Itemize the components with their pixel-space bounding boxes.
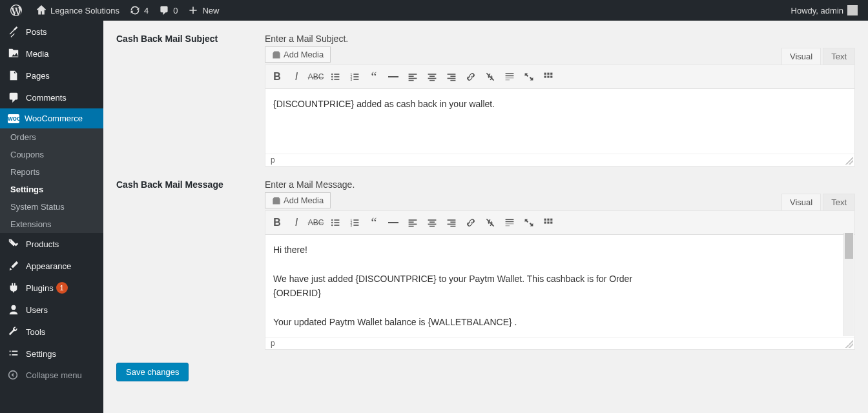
hr-button[interactable]: [384, 67, 403, 86]
submenu-orders[interactable]: Orders: [0, 128, 103, 146]
resize-handle[interactable]: [845, 340, 853, 348]
svg-text:3: 3: [351, 224, 353, 227]
bullet-list-button[interactable]: [326, 67, 345, 86]
admin-bar: Legance Solutions 4 0 New Howdy, admin: [0, 0, 868, 21]
svg-rect-13: [388, 76, 398, 77]
svg-rect-23: [450, 76, 455, 77]
scrollbar[interactable]: [843, 233, 854, 336]
updates-link[interactable]: 4: [125, 0, 154, 21]
strike-button[interactable]: ABC: [306, 67, 326, 86]
comments-link[interactable]: 0: [154, 0, 183, 21]
hr-button[interactable]: [384, 213, 403, 232]
more-button[interactable]: [500, 213, 519, 232]
editor-content-subject[interactable]: {DISCOUNTPRICE} added as cash back in yo…: [265, 89, 854, 154]
save-changes-button[interactable]: Save changes: [116, 363, 189, 381]
menu-comments[interactable]: Comments: [0, 86, 103, 108]
menu-posts[interactable]: Posts: [0, 21, 103, 43]
tinymce-toolbar-message: B I ABC 123 “: [265, 211, 854, 235]
svg-point-36: [331, 222, 333, 223]
updates-count: 4: [144, 6, 149, 15]
quote-button[interactable]: “: [364, 67, 384, 86]
menu-appearance[interactable]: Appearance: [0, 255, 103, 277]
status-path: p: [271, 339, 275, 348]
tab-visual[interactable]: Visual: [781, 194, 821, 210]
toolbar-toggle-button[interactable]: [539, 213, 558, 232]
scroll-thumb[interactable]: [845, 233, 853, 259]
menu-label: Media: [26, 49, 48, 59]
svg-rect-58: [450, 226, 455, 227]
menu-label: Comments: [26, 93, 67, 103]
add-media-button[interactable]: Add Media: [265, 192, 331, 208]
quote-button[interactable]: “: [364, 213, 384, 232]
collapse-menu[interactable]: Collapse menu: [0, 365, 103, 385]
unlink-button[interactable]: [480, 67, 500, 86]
menu-woocommerce[interactable]: wooWooCommerce: [0, 108, 103, 128]
svg-rect-46: [388, 222, 398, 223]
bold-button[interactable]: B: [267, 67, 287, 86]
resize-handle[interactable]: [845, 157, 853, 165]
align-center-button[interactable]: [422, 67, 442, 86]
submenu-coupons[interactable]: Coupons: [0, 146, 103, 163]
tab-visual[interactable]: Visual: [781, 48, 821, 65]
site-name-link[interactable]: Legance Solutions: [31, 0, 125, 21]
svg-rect-47: [409, 219, 417, 221]
svg-text:3: 3: [351, 78, 353, 81]
label-mail-message: Cash Back Mail Message: [116, 179, 265, 350]
align-left-button[interactable]: [403, 67, 422, 86]
menu-settings[interactable]: Settings: [0, 343, 103, 365]
svg-rect-24: [448, 78, 456, 79]
message-line4: Your updated Paytm Wallet balance is {WA…: [273, 315, 842, 329]
brush-icon: [8, 260, 21, 272]
link-button[interactable]: [461, 67, 480, 86]
toolbar-toggle-button[interactable]: [539, 67, 558, 86]
fullscreen-button[interactable]: [519, 67, 539, 86]
svg-point-3: [331, 76, 333, 77]
align-left-button[interactable]: [403, 213, 422, 232]
new-content-link[interactable]: New: [183, 0, 224, 21]
svg-rect-54: [429, 226, 435, 227]
svg-rect-61: [544, 219, 546, 221]
svg-rect-2: [334, 74, 339, 75]
unlink-button[interactable]: [480, 213, 500, 232]
submenu-system-status[interactable]: System Status: [0, 198, 103, 216]
menu-users[interactable]: Users: [0, 299, 103, 321]
number-list-button[interactable]: 123: [345, 67, 364, 86]
label-mail-subject: Cash Back Mail Subject: [116, 34, 265, 166]
svg-rect-4: [334, 76, 339, 77]
italic-button[interactable]: I: [287, 67, 306, 86]
submenu-extensions[interactable]: Extensions: [0, 216, 103, 233]
editor-content-message[interactable]: Hi there! We have just added {DISCOUNTPR…: [265, 235, 854, 337]
italic-button[interactable]: I: [287, 213, 306, 232]
align-center-button[interactable]: [422, 213, 442, 232]
link-button[interactable]: [461, 213, 480, 232]
fullscreen-button[interactable]: [519, 213, 539, 232]
menu-label: Posts: [26, 27, 47, 37]
menu-pages[interactable]: Pages: [0, 65, 103, 86]
menu-media[interactable]: Media: [0, 43, 103, 65]
menu-label: Pages: [26, 71, 50, 81]
account-link[interactable]: Howdy, admin: [786, 0, 863, 21]
menu-tools[interactable]: Tools: [0, 321, 103, 343]
woocommerce-submenu: Orders Coupons Reports Settings System S…: [0, 128, 103, 233]
tab-text[interactable]: Text: [823, 48, 855, 65]
add-media-button[interactable]: Add Media: [265, 46, 331, 63]
tab-text[interactable]: Text: [823, 194, 855, 210]
number-list-button[interactable]: 123: [345, 213, 364, 232]
submenu-reports[interactable]: Reports: [0, 163, 103, 181]
strike-button[interactable]: ABC: [306, 213, 326, 232]
menu-products[interactable]: Products: [0, 233, 103, 255]
svg-rect-56: [450, 221, 455, 223]
bullet-list-button[interactable]: [326, 213, 345, 232]
svg-rect-32: [547, 76, 549, 77]
svg-rect-59: [506, 219, 514, 220]
bold-button[interactable]: B: [267, 213, 287, 232]
more-button[interactable]: [500, 67, 519, 86]
wp-logo[interactable]: [5, 0, 31, 21]
menu-plugins[interactable]: Plugins1: [0, 277, 103, 299]
avatar: [847, 5, 858, 15]
align-right-button[interactable]: [442, 67, 461, 86]
align-right-button[interactable]: [442, 213, 461, 232]
submenu-settings[interactable]: Settings: [0, 181, 103, 198]
howdy-text: Howdy, admin: [791, 6, 843, 15]
svg-rect-29: [547, 73, 549, 75]
